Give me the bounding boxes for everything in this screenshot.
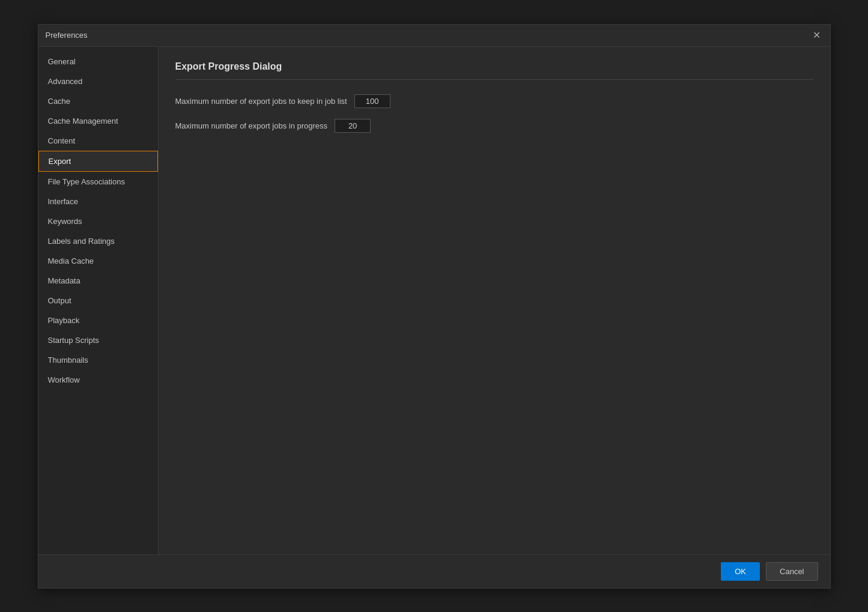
ok-button[interactable]: OK — [721, 562, 760, 581]
sidebar-item-general[interactable]: General — [38, 52, 158, 71]
section-divider — [175, 79, 813, 80]
sidebar-item-cache-management[interactable]: Cache Management — [38, 111, 158, 131]
setting-label-1: Maximum number of export jobs to keep in… — [175, 97, 347, 106]
sidebar-item-labels-and-ratings[interactable]: Labels and Ratings — [38, 231, 158, 251]
sidebar-item-keywords[interactable]: Keywords — [38, 211, 158, 231]
sidebar-item-file-type-associations[interactable]: File Type Associations — [38, 172, 158, 192]
sidebar-item-thumbnails[interactable]: Thumbnails — [38, 350, 158, 370]
close-button[interactable]: ✕ — [811, 29, 823, 41]
sidebar-item-workflow[interactable]: Workflow — [38, 370, 158, 390]
setting-row-2: Maximum number of export jobs in progres… — [175, 119, 813, 133]
setting-label-2: Maximum number of export jobs in progres… — [175, 121, 328, 130]
sidebar-item-advanced[interactable]: Advanced — [38, 71, 158, 91]
dialog-body: GeneralAdvancedCacheCache ManagementCont… — [38, 47, 830, 554]
title-bar: Preferences ✕ — [38, 25, 830, 47]
max-export-jobs-list-input[interactable] — [354, 94, 390, 108]
section-title: Export Progress Dialog — [175, 61, 813, 72]
sidebar-item-cache[interactable]: Cache — [38, 91, 158, 111]
sidebar-item-metadata[interactable]: Metadata — [38, 271, 158, 291]
sidebar-item-media-cache[interactable]: Media Cache — [38, 251, 158, 271]
sidebar-item-startup-scripts[interactable]: Startup Scripts — [38, 330, 158, 350]
preferences-dialog: Preferences ✕ GeneralAdvancedCacheCache … — [38, 24, 831, 589]
sidebar-item-playback[interactable]: Playback — [38, 311, 158, 330]
dialog-title: Preferences — [46, 31, 88, 40]
dialog-footer: OK Cancel — [38, 554, 830, 588]
max-export-jobs-progress-input[interactable] — [335, 119, 371, 133]
sidebar-item-content[interactable]: Content — [38, 131, 158, 151]
sidebar-item-interface[interactable]: Interface — [38, 192, 158, 211]
sidebar-item-export[interactable]: Export — [38, 151, 158, 172]
setting-row-1: Maximum number of export jobs to keep in… — [175, 94, 813, 108]
sidebar-item-output[interactable]: Output — [38, 291, 158, 311]
content-area: Export Progress Dialog Maximum number of… — [159, 47, 830, 554]
cancel-button[interactable]: Cancel — [766, 562, 818, 581]
sidebar: GeneralAdvancedCacheCache ManagementCont… — [38, 47, 159, 554]
